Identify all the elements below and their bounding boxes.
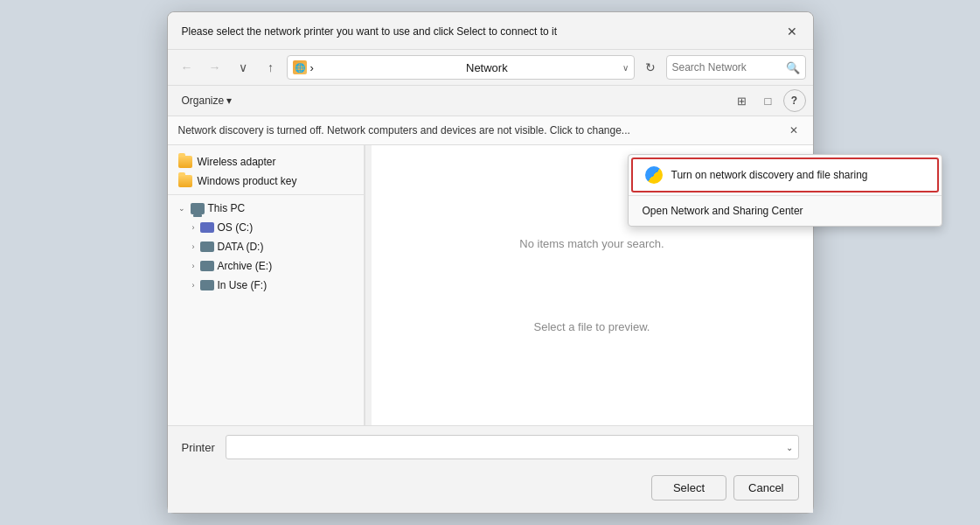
cancel-button[interactable]: Cancel xyxy=(733,475,798,500)
address-chevron-icon: ∨ xyxy=(622,63,629,73)
f-drive-icon xyxy=(200,280,214,290)
sidebar-item-e-drive[interactable]: › Archive (E:) xyxy=(168,256,364,276)
folder-icon-2 xyxy=(178,175,192,187)
secondary-toolbar: Organize ▾ ⊞ □ ? xyxy=(168,86,813,116)
e-drive-icon xyxy=(200,261,214,271)
recent-locations-button[interactable]: ∨ xyxy=(231,55,255,80)
network-discovery-dropdown: Turn on network discovery and file shari… xyxy=(628,154,942,227)
c-drive-label: OS (C:) xyxy=(218,221,254,234)
c-drive-chevron-icon: › xyxy=(192,223,195,232)
open-sharing-center-item[interactable]: Open Network and Sharing Center xyxy=(629,196,942,226)
printer-row: Printer ⌄ xyxy=(168,425,813,468)
no-items-message: No items match your search. xyxy=(519,237,664,250)
sidebar-item-this-pc[interactable]: ⌄ This PC xyxy=(168,199,364,218)
sidebar-section-favorites: Wireless adapter Windows product key xyxy=(168,152,364,191)
f-drive-chevron-icon: › xyxy=(192,281,195,290)
c-drive-icon xyxy=(200,222,214,233)
sidebar-separator xyxy=(168,194,364,195)
sidebar-item-wireless[interactable]: Wireless adapter xyxy=(168,152,364,172)
this-pc-chevron-icon: ⌄ xyxy=(178,204,185,213)
printer-dropdown[interactable]: ⌄ xyxy=(226,435,799,459)
refresh-button[interactable]: ↻ xyxy=(638,55,663,80)
turn-on-discovery-item[interactable]: Turn on network discovery and file shari… xyxy=(631,158,939,192)
sidebar-item-windows-key-label: Windows product key xyxy=(198,175,297,187)
sidebar-item-f-drive[interactable]: › In Use (F:) xyxy=(168,276,364,295)
address-path: Network xyxy=(466,61,619,74)
sidebar-item-windows-key[interactable]: Windows product key xyxy=(168,172,364,191)
address-bar[interactable]: 🌐 › Network ∨ xyxy=(287,55,635,80)
buttons-row: Select Cancel xyxy=(168,468,813,513)
search-bar[interactable]: 🔍 xyxy=(666,55,806,80)
back-button[interactable]: ← xyxy=(175,55,199,80)
sidebar: Wireless adapter Windows product key ⌄ T… xyxy=(168,145,365,425)
d-drive-label: DATA (D:) xyxy=(218,241,264,253)
close-button[interactable]: ✕ xyxy=(782,21,803,42)
this-pc-label: This PC xyxy=(208,202,246,214)
network-icon: 🌐 xyxy=(293,60,307,74)
printer-dropdown-chevron-icon: ⌄ xyxy=(786,443,793,452)
dialog-title: Please select the network printer you wa… xyxy=(182,25,558,38)
sidebar-item-c-drive[interactable]: › OS (C:) xyxy=(168,218,364,237)
e-drive-label: Archive (E:) xyxy=(218,260,273,272)
sidebar-item-wireless-label: Wireless adapter xyxy=(198,156,276,168)
forward-button[interactable]: → xyxy=(203,55,227,80)
f-drive-label: In Use (F:) xyxy=(218,279,268,291)
organize-label: Organize xyxy=(182,94,225,107)
title-bar: Please select the network printer you wa… xyxy=(168,12,813,50)
turn-on-discovery-label: Turn on network discovery and file shari… xyxy=(671,169,868,181)
uac-shield-icon xyxy=(645,166,663,184)
notification-text: Network discovery is turned off. Network… xyxy=(178,124,630,136)
main-dialog: Please select the network printer you wa… xyxy=(167,11,814,514)
preview-message: Select a file to preview. xyxy=(534,320,650,333)
notification-close-button[interactable]: ✕ xyxy=(785,122,803,139)
sidebar-scrollbar[interactable] xyxy=(365,145,372,425)
organize-arrow-icon: ▾ xyxy=(226,94,232,107)
d-drive-icon xyxy=(200,242,214,252)
window-view-button[interactable]: □ xyxy=(757,89,780,112)
select-button[interactable]: Select xyxy=(651,475,726,500)
up-button[interactable]: ↑ xyxy=(259,55,283,80)
printer-label: Printer xyxy=(182,441,215,454)
address-separator: › xyxy=(310,61,463,74)
grid-view-button[interactable]: ⊞ xyxy=(731,89,754,112)
open-sharing-center-label: Open Network and Sharing Center xyxy=(643,205,803,217)
search-input[interactable] xyxy=(672,61,782,74)
navigation-toolbar: ← → ∨ ↑ 🌐 › Network ∨ ↻ 🔍 xyxy=(168,50,813,86)
folder-icon xyxy=(178,156,192,168)
pc-icon xyxy=(191,203,205,214)
e-drive-chevron-icon: › xyxy=(192,262,195,270)
organize-button[interactable]: Organize ▾ xyxy=(175,92,240,109)
view-controls: ⊞ □ ? xyxy=(731,89,806,112)
search-icon: 🔍 xyxy=(786,61,800,74)
d-drive-chevron-icon: › xyxy=(192,242,195,251)
help-button[interactable]: ? xyxy=(783,89,806,112)
sidebar-item-d-drive[interactable]: › DATA (D:) xyxy=(168,237,364,256)
notification-bar[interactable]: Network discovery is turned off. Network… xyxy=(168,116,813,145)
